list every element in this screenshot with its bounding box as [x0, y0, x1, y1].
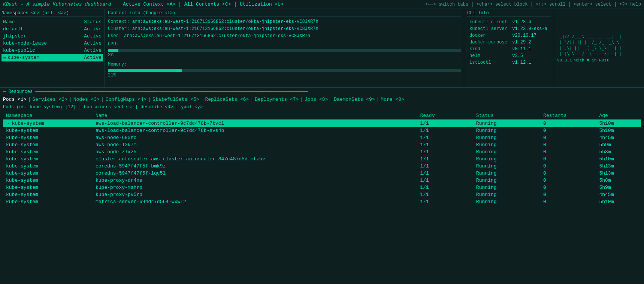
tab-separator: |: [101, 97, 104, 102]
pod-name: kube-proxy-pv5rb: [93, 191, 417, 198]
pods-col-name: Name: [93, 112, 417, 120]
pod-status: Running: [473, 184, 540, 191]
cli-panel: CLI Info kubectl clientv1.23.4kubectl se…: [464, 9, 554, 87]
memory-track: [108, 69, 461, 72]
pod-age: 5h13m: [596, 170, 641, 177]
pod-age: 5h8m: [596, 177, 641, 184]
top-bar-left: KDash – A simple Kubernetes dashboard Ac…: [3, 1, 284, 7]
pod-name: coredns-5947f47f5f-lqc5l: [93, 170, 417, 177]
ns-status-kube-system: Active: [84, 55, 102, 61]
pod-restarts: 0: [540, 163, 596, 170]
ns-row-jhipster[interactable]: jhipster Active: [1, 33, 103, 40]
pod-name: aws-load-balancer-controller-9c7dc478b-7…: [93, 120, 417, 127]
table-row[interactable]: kube-system coredns-5947f47f5f-bmk9z 1/1…: [3, 163, 641, 170]
pod-namespace: kube-system: [3, 177, 93, 184]
tab-separator: |: [201, 97, 204, 102]
tab-statefulsets--5-[interactable]: StatefulSets <5>: [152, 97, 199, 102]
ns-col-name: Name: [3, 19, 84, 25]
pod-restarts: 0: [540, 155, 596, 163]
tab-configmaps--4-[interactable]: ConfigMaps <4>: [106, 97, 146, 102]
pod-name: aws-node-6kxhc: [93, 134, 417, 141]
cpu-track: [108, 49, 461, 52]
top-nav[interactable]: Active Context <A> | All Contexts <C> | …: [123, 1, 284, 7]
pod-restarts: 0: [540, 191, 596, 198]
cli-item-label: docker-compose: [468, 39, 510, 45]
pod-name: aws-node-zlxz5: [93, 148, 417, 155]
context-info: Context: arn:aws:eks:eu-west-1:216713166…: [108, 18, 461, 79]
tab-services--2-[interactable]: Services <2>: [32, 97, 67, 102]
table-row[interactable]: kube-system cluster-autoscaler-aws-clust…: [3, 155, 641, 163]
table-row[interactable]: kube-system metrics-server-694d47d564-wx…: [3, 198, 641, 205]
cli-item-label: kubectl client: [468, 19, 510, 25]
pod-ready: 1/1: [417, 184, 473, 191]
cli-item-label: helm: [468, 53, 510, 59]
cli-row: helmv3.5: [468, 53, 550, 59]
table-row[interactable]: kube-system aws-node-6kxhc 1/1 Running 0…: [3, 134, 641, 141]
context-header: Context Info (toggle <i>): [108, 10, 461, 17]
pod-status: Running: [473, 170, 540, 177]
table-row[interactable]: kube-system aws-node-l2k7m 1/1 Running 0…: [3, 141, 641, 148]
pod-status: Running: [473, 127, 540, 134]
tab-pods--1-[interactable]: Pods <1>: [3, 97, 26, 102]
pod-ready: 1/1: [417, 141, 473, 148]
pod-ready: 1/1: [417, 170, 473, 177]
namespaces-panel: Namespaces <n> (all: <a>) Name Status de…: [0, 9, 105, 87]
ns-row-default[interactable]: default Active: [1, 25, 103, 33]
namespaces-table: Name Status default Active jhipster Acti…: [1, 18, 103, 61]
pod-ready: 1/1: [417, 134, 473, 141]
memory-label: Memory:: [108, 62, 127, 67]
ns-row-kube-public[interactable]: kube-public Active: [1, 47, 103, 54]
context-context-value: arn:aws:eks:eu-west-1:216713166862:clust…: [132, 19, 318, 24]
table-row[interactable]: kube-system aws-node-zlxz5 1/1 Running 0…: [3, 148, 641, 155]
ns-status-jhipster: Active: [84, 33, 102, 39]
pod-status: Running: [473, 163, 540, 170]
pod-ready: 1/1: [417, 198, 473, 205]
tab-nodes--3-[interactable]: Nodes <3>: [73, 97, 100, 102]
cli-header: CLI Info: [467, 10, 551, 17]
pod-namespace: kube-system: [3, 163, 93, 170]
pod-status: Running: [473, 120, 540, 127]
pod-age: 5h13m: [596, 163, 641, 170]
ns-status-kube-node-lease: Active: [84, 40, 102, 46]
pod-age: 4h45m: [596, 134, 641, 141]
pod-name: metrics-server-694d47d564-wxwl2: [93, 198, 417, 205]
tab-separator: |: [69, 97, 72, 102]
pod-age: 5h10m: [596, 155, 641, 163]
context-user-value: arn:aws:eks:eu-west-1:216713166862:clust…: [124, 33, 310, 39]
pod-name: coredns-5947f47f5f-bmk9z: [93, 163, 417, 170]
main-sections: Namespaces <n> (all: <a>) Name Status de…: [0, 9, 644, 88]
memory-section: Memory: 21%: [108, 61, 461, 79]
cpu-section: CPU: 3%: [108, 41, 461, 59]
pod-name: aws-node-l2k7m: [93, 141, 417, 148]
tab-daemonsets--9-[interactable]: DaemonSets <9>: [334, 97, 375, 102]
pod-status: Running: [473, 198, 540, 205]
tab-deployments--7-[interactable]: Deployments <7>: [255, 97, 299, 102]
table-row[interactable]: kube-system kube-proxy-pv5rb 1/1 Running…: [3, 191, 641, 198]
ns-row-kube-system[interactable]: ⇒ kube-system Active: [1, 54, 103, 61]
ns-row-kube-node-lease[interactable]: kube-node-lease Active: [1, 40, 103, 47]
pod-name: kube-proxy-dr4ns: [93, 177, 417, 184]
pod-name: cluster-autoscaler-aws-cluster-autoscale…: [93, 155, 417, 163]
logo-ascii: _|// /___\ __ __ __| | | '/|| || | /_ /_…: [557, 34, 641, 57]
context-user: User: arn:aws:eks:eu-west-1:216713166862…: [108, 33, 461, 40]
table-row[interactable]: kube-system kube-proxy-mshrp 1/1 Running…: [3, 184, 641, 191]
cli-row: docker-composev1.29.2: [468, 39, 550, 45]
tab-replicasets--6-[interactable]: ReplicaSets <6>: [205, 97, 249, 102]
cli-item-label: kind: [468, 46, 510, 52]
pod-ready: 1/1: [417, 127, 473, 134]
table-row[interactable]: kube-system kube-proxy-dr4ns 1/1 Running…: [3, 177, 641, 184]
ns-status-kube-public: Active: [84, 48, 102, 53]
pod-restarts: 0: [540, 120, 596, 127]
table-row[interactable]: ⇒ kube-system aws-load-balancer-controll…: [3, 120, 641, 127]
pod-restarts: 0: [540, 127, 596, 134]
pod-restarts: 0: [540, 148, 596, 155]
table-row[interactable]: kube-system coredns-5947f47f5f-lqc5l 1/1…: [3, 170, 641, 177]
cli-item-label: docker: [468, 33, 510, 39]
tab-separator: |: [300, 97, 303, 102]
tab-more--0-[interactable]: More <0>: [381, 97, 404, 102]
tab-separator: |: [250, 97, 253, 102]
pod-age: 5h10m: [596, 198, 641, 205]
table-row[interactable]: kube-system aws-load-balancer-controller…: [3, 127, 641, 134]
tab-jobs--8-[interactable]: Jobs <8>: [305, 97, 328, 102]
resource-tabs[interactable]: Pods <1>|Services <2>|Nodes <3>|ConfigMa…: [3, 97, 641, 102]
